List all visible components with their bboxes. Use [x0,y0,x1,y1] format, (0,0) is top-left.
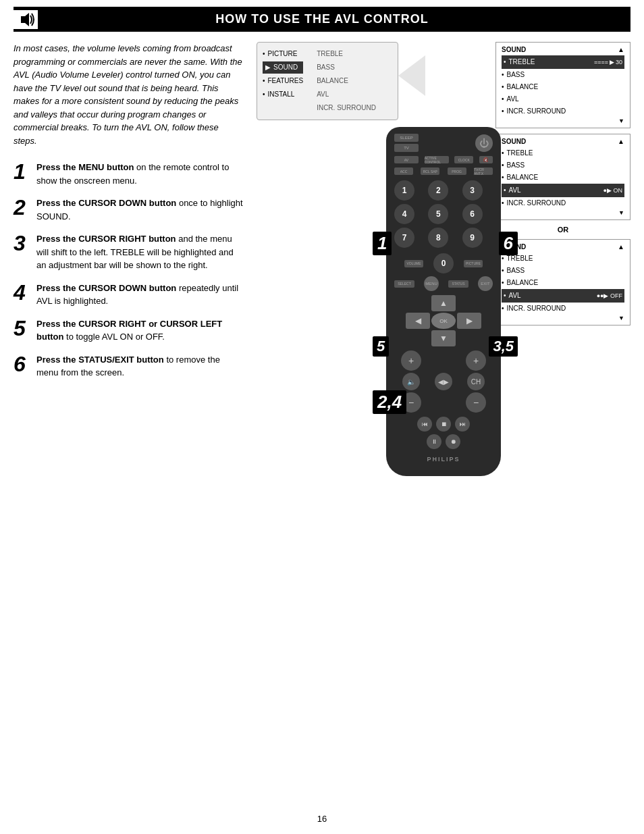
nav-empty-tr [457,295,481,311]
sound-panel-1-incr-row: •INCR. SURROUND [502,105,624,118]
step-text-5: Press the CURSOR RIGHT or CURSOR LEFT bu… [36,317,243,344]
up-arrow-2-icon: ▲ [618,138,624,145]
status-button[interactable]: STATUS [448,280,468,288]
btn-1[interactable]: 1 [394,180,414,201]
step-label-6: 6 [499,232,518,255]
sound-panel-1-bass-row: •BASS [502,69,624,81]
sound-panel-3-treble-row: •TREBLE [502,253,624,265]
cursor-center-button[interactable]: OK [431,313,456,329]
exit-button[interactable]: EXIT [478,276,493,291]
navigation-cross: ▲ ◀ OK ▶ ▼ [406,295,481,346]
record-button[interactable]: ⏺ [446,434,460,449]
intro-paragraph: In most cases, the volume levels coming … [14,42,243,147]
acc-button[interactable]: ACC [394,167,413,175]
btn-7[interactable]: 7 [394,228,414,248]
tv-button[interactable]: TV [394,144,419,152]
sound-panel-2-treble-row: •TREBLE [502,147,624,159]
clock-button[interactable]: CLOCK [454,156,473,163]
up-arrow-icon: ▲ [618,46,624,53]
rewind-button[interactable]: ⏮ [417,417,432,432]
sound-panel-3-avl-row: •AVL ●●▶ OFF [502,289,624,303]
btn-9[interactable]: 9 [462,228,483,248]
ch-center-button[interactable]: ◀▶ [435,373,452,390]
page-title: How to Use the AVL Control [215,12,428,26]
steps-list: 1 Press the MENU button on the remote co… [14,161,243,380]
nav-empty-tl [406,295,430,311]
btn-4[interactable]: 4 [394,204,414,224]
step-number-2: 2 [14,197,30,218]
cursor-right-button[interactable]: ▶ [457,313,481,329]
picture-button[interactable]: PICTURE [464,260,483,267]
step-text-6: Press the STATUS/EXIT button to remove t… [36,353,243,380]
btn-2[interactable]: 2 [428,180,448,201]
ch-button[interactable]: CH [467,373,485,390]
sound-panel-2-bass-row: •BASS [502,159,624,172]
select-button[interactable]: SELECT [394,280,414,288]
step-4: 4 Press the CURSOR DOWN button repeatedl… [14,282,243,308]
step-text-3: Press the CURSOR RIGHT button and the me… [36,232,243,272]
vol-button[interactable]: VOLUME [404,260,423,267]
sound-panel-avl-on: SOUND ▲ •TREBLE •BASS •BALANCE •AVL ●▶ O… [495,134,630,220]
down-arrow-2-icon: ▼ [502,209,624,216]
initial-menu-screen: •PICTURE ▶SOUND •FEATURES •INSTALL [257,42,398,120]
up-arrow-3-icon: ▲ [618,243,624,251]
cursor-down-button[interactable]: ▼ [431,330,456,346]
fast-forward-button[interactable]: ⏭ [455,417,470,432]
svg-marker-0 [21,13,29,26]
step-label-5: 5 [373,336,389,357]
vol-ch-row: + 🔈 − ◀▶ + CH − [394,350,493,413]
sound-panel-2-avl-row: •AVL ●▶ ON [502,184,624,197]
nav-empty-br [457,330,481,346]
prog-button[interactable]: PROG [448,167,466,175]
page-number: 16 [317,814,327,824]
menu-button[interactable]: MENU [424,276,439,291]
sound-panels-container: SOUND ▲ •TREBLE ====▶30 •BASS •BALANCE •… [495,42,630,325]
btn-5[interactable]: 5 [428,204,448,224]
power-button[interactable]: ⏻ [475,134,493,152]
sound-panel-treble: SOUND ▲ •TREBLE ====▶30 •BASS •BALANCE •… [495,42,630,128]
right-column: •PICTURE ▶SOUND •FEATURES •INSTALL [257,42,630,476]
ch-up-button[interactable]: + [466,350,486,371]
av-button[interactable]: AV [394,156,419,163]
ch-down-button[interactable]: − [466,392,486,413]
btn-6[interactable]: 6 [462,204,483,224]
sound-panel-2-balance-row: •BALANCE [502,172,624,184]
step-label-1: 1 [373,232,392,255]
sound-panel-3-balance-row: •BALANCE [502,277,624,289]
sound-panel-1-avl-row: •AVL [502,93,624,105]
step-number-1: 1 [14,161,30,182]
cursor-left-button[interactable]: ◀ [406,313,430,329]
last-transport-row: ⏸ ⏺ [394,434,493,449]
menu-arrow-decoration [398,55,425,96]
nav-empty-bl [406,330,430,346]
btn-0[interactable]: 0 [433,253,454,273]
btn-8[interactable]: 8 [428,228,448,248]
power-icon: ⏻ [479,138,489,149]
step-text-2: Press the CURSOR DOWN button once to hig… [36,197,243,223]
remote-body: SLEEP TV ⏻ AV ACTIVE CONTROL CLOCK 🔇 [386,127,501,476]
speaker-icon [14,10,38,29]
left-column: In most cases, the volume levels coming … [14,42,243,476]
sound-panel-3-bass-row: •BASS [502,265,624,277]
step-3: 3 Press the CURSOR RIGHT button and the … [14,232,243,272]
step-2: 2 Press the CURSOR DOWN button once to h… [14,197,243,223]
main-content: In most cases, the volume levels coming … [0,32,644,486]
sleep-button[interactable]: SLEEP [394,134,419,142]
brand-label: PHILIPS [394,456,493,463]
mute-icon-btn[interactable]: 🔇 [479,156,493,163]
cursor-up-button[interactable]: ▲ [431,295,456,311]
step-label-24: 2,4 [373,390,406,414]
mute-button[interactable]: 🔈 [402,373,420,390]
tvcr-antx-button[interactable]: TV/CR ANT.X [474,167,493,175]
down-arrow-3-icon: ▼ [502,315,624,321]
sound-panel-1-title: SOUND [502,46,526,53]
active-control-button[interactable]: ACTIVE CONTROL [425,156,449,163]
rcl-sap-button[interactable]: RCL SAP [421,167,439,175]
btn-3[interactable]: 3 [462,180,483,201]
stop-button[interactable]: ⏹ [436,417,451,432]
transport-row: ⏮ ⏹ ⏭ [394,417,493,432]
step-label-35: 3,5 [489,336,518,357]
vol-up-button[interactable]: + [401,350,421,371]
step-6: 6 Press the STATUS/EXIT button to remove… [14,353,243,380]
pause-button[interactable]: ⏸ [427,434,441,449]
